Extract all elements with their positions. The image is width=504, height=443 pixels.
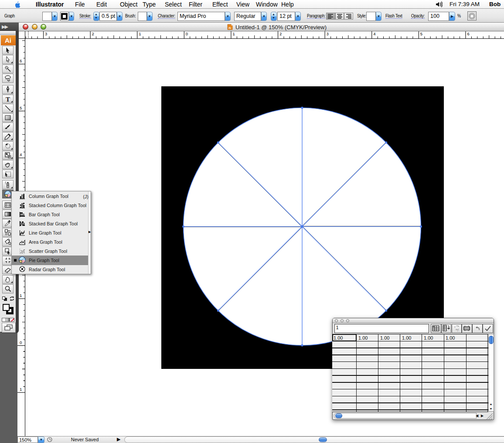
svg-text:Ai: Ai (228, 27, 231, 29)
svg-text:2: 2 (279, 31, 282, 36)
svg-text:5: 5 (420, 31, 422, 36)
svg-text:T: T (6, 95, 10, 102)
svg-text:6: 6 (467, 31, 469, 36)
svg-text:x: x (454, 325, 456, 328)
svg-text:3: 3 (327, 31, 329, 36)
svg-text:1: 1 (139, 31, 141, 36)
svg-text:2: 2 (92, 31, 94, 36)
svg-text:1: 1 (232, 31, 235, 36)
svg-text:4: 4 (373, 31, 375, 36)
svg-text:3: 3 (45, 31, 47, 36)
svg-text:0: 0 (186, 31, 188, 36)
